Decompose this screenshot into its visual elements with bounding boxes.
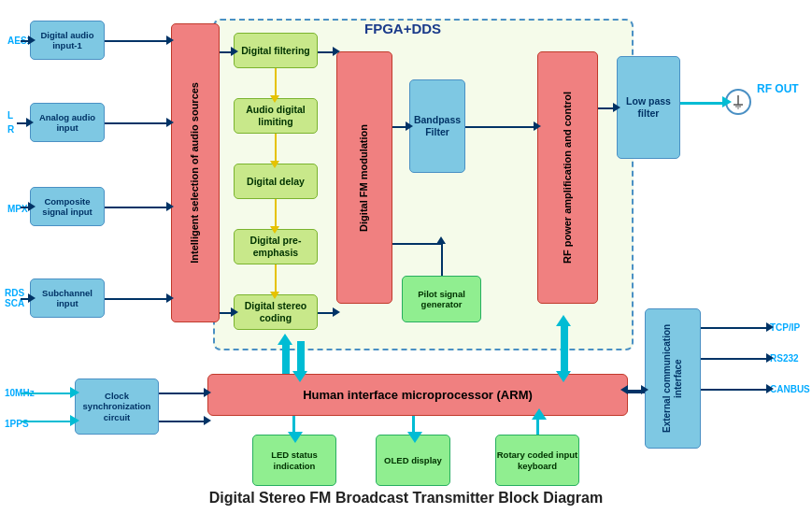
arrowhead-ext-arm bbox=[620, 385, 628, 394]
arrow-clock-to-arm2 bbox=[159, 421, 207, 422]
external-comm-block: External communication interface bbox=[645, 308, 701, 449]
arrowhead-clock-arm1 bbox=[204, 388, 211, 397]
arrowhead-pre-stereo bbox=[270, 292, 279, 299]
arrowhead-aes1 bbox=[28, 36, 36, 45]
arrowhead-rds bbox=[28, 293, 36, 303]
arrowhead-1pps-clock bbox=[70, 415, 79, 426]
rf-power-block: RF power amplification and control bbox=[537, 51, 598, 304]
diagram-container: FPGA+DDS AES1 L R MPX RDSSCA 10MHz 1PPS … bbox=[0, 0, 812, 514]
arrowhead-fm-bp bbox=[406, 121, 413, 131]
arrow-limit-to-delay bbox=[275, 134, 277, 164]
low-pass-filter-block: Low pass filter bbox=[617, 56, 680, 159]
label-r: R bbox=[7, 124, 14, 135]
arrow-10mhz-to-clock bbox=[21, 393, 75, 394]
arrowhead-filt-fm bbox=[333, 47, 340, 56]
bandpass-filter-block: Bandpass Filter bbox=[409, 79, 465, 173]
label-tcpip: TCP/IP bbox=[770, 322, 800, 333]
digital-audio-input-block: Digital audio input-1 bbox=[30, 21, 105, 60]
arrowhead-delay-pre bbox=[270, 226, 279, 234]
arrowhead-sel-filt bbox=[231, 47, 238, 56]
rotary-coded-block: Rotary coded input keyboard bbox=[495, 435, 579, 486]
arrow-filt-to-limit bbox=[275, 68, 277, 98]
arrow-ext-to-tcpip bbox=[701, 327, 770, 329]
arrowhead-mpx bbox=[28, 202, 36, 211]
arrowhead-rf-arm-down bbox=[556, 371, 571, 382]
arrowhead-comp-sel bbox=[166, 202, 174, 211]
arrow-ext-to-rs232 bbox=[701, 358, 770, 360]
arrowhead-arm-fpga-up bbox=[278, 334, 292, 345]
arrowhead-rf-lp bbox=[613, 103, 620, 112]
arrowhead-lp-rfout bbox=[722, 96, 732, 107]
arrowhead-ext-tcpip bbox=[766, 322, 774, 332]
pilot-signal-block: Pilot signal generator bbox=[402, 276, 481, 322]
arrow-sub-to-sel bbox=[105, 298, 171, 300]
arrowhead-ext-rs232 bbox=[766, 353, 774, 363]
intelligent-selection-block: Intelligent selection of audio sources bbox=[171, 23, 220, 322]
arrowhead-bp-rf bbox=[534, 121, 541, 131]
arrowhead-ext-canbus bbox=[766, 384, 774, 393]
arrowhead-stereo-fm bbox=[333, 307, 340, 317]
arrow-pilot-h bbox=[392, 243, 441, 245]
arrow-comp-to-sel bbox=[105, 207, 171, 208]
digital-delay-block: Digital delay bbox=[234, 164, 318, 199]
arrowhead-10mhz-clock bbox=[70, 387, 79, 398]
arrow-1pps-to-clock bbox=[21, 421, 75, 422]
arrow-da-to-sel bbox=[105, 40, 171, 42]
clock-sync-block: Clock synchronization circuit bbox=[75, 378, 159, 435]
label-canbus: CANBUS bbox=[770, 384, 810, 394]
arrowhead-sub-sel bbox=[166, 293, 174, 303]
arrowhead-rotary-arm bbox=[532, 408, 547, 420]
subchannel-input-block: Subchannel input bbox=[30, 278, 105, 318]
arrow-fpga-to-arm-down bbox=[297, 341, 305, 374]
arrow-pre-to-stereo bbox=[275, 264, 277, 294]
arrowhead-arm-ext bbox=[641, 385, 648, 394]
diagram-title: Digital Stereo FM Broadcast Transmitter … bbox=[0, 490, 812, 507]
label-l: L bbox=[7, 110, 13, 121]
arrow-arm-to-fpga-up bbox=[282, 341, 290, 374]
arrow-aa-to-sel bbox=[105, 122, 171, 124]
arrowhead-aa-sel bbox=[166, 118, 174, 127]
arrow-rf-to-arm-v bbox=[561, 322, 568, 374]
arrowhead-filt-limit bbox=[270, 95, 279, 103]
label-rf-out: RF OUT bbox=[757, 82, 799, 95]
audio-digital-limiting-block: Audio digital limiting bbox=[234, 98, 318, 134]
composite-signal-block: Composite signal input bbox=[30, 187, 105, 226]
digital-fm-modulation-block: Digital FM modulation bbox=[336, 51, 392, 304]
arrowhead-arm-led bbox=[288, 432, 303, 443]
arrowhead-clock-arm2 bbox=[204, 416, 211, 425]
arrow-delay-to-pre bbox=[275, 199, 277, 229]
arrow-bp-to-rf bbox=[465, 126, 537, 128]
arrow-clock-to-arm1 bbox=[159, 393, 207, 394]
arrowhead-sel-stereo bbox=[231, 307, 238, 317]
arrow-pilot-to-fm bbox=[441, 243, 443, 276]
arrow-ext-to-canbus bbox=[701, 389, 770, 391]
label-rs232: RS232 bbox=[770, 353, 799, 364]
arrowhead-fpga-arm-down bbox=[292, 371, 307, 382]
fpga-label: FPGA+DDS bbox=[364, 21, 441, 36]
arrow-lp-to-rfout bbox=[680, 102, 727, 105]
analog-audio-input-block: Analog audio input bbox=[30, 103, 105, 142]
digital-filtering-block: Digital filtering bbox=[234, 33, 318, 68]
arrowhead-rf-arm-up bbox=[556, 315, 571, 326]
digital-stereo-coding-block: Digital stereo coding bbox=[234, 294, 318, 330]
arrowhead-arm-oled bbox=[407, 432, 422, 443]
label-mpx: MPX bbox=[7, 204, 28, 214]
arrowhead-da-sel bbox=[166, 36, 174, 45]
arrowhead-lr bbox=[26, 118, 34, 127]
digital-preemphasis-block: Digital pre-emphasis bbox=[234, 229, 318, 264]
arrowhead-limit-delay bbox=[270, 161, 279, 168]
